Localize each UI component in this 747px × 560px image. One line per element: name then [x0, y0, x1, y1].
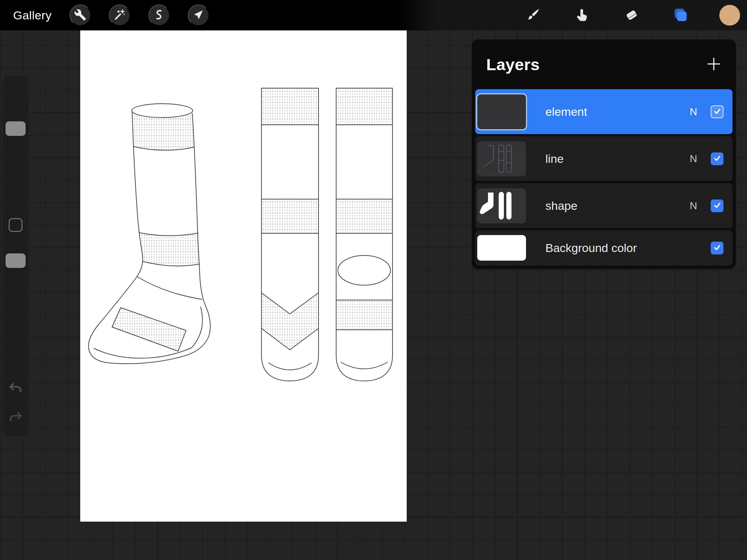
layers-panel-title: Layers — [486, 55, 704, 74]
layer-thumbnail — [477, 94, 526, 129]
eraser-tool-button[interactable] — [620, 4, 643, 26]
sock-side-view — [89, 104, 210, 364]
layer-thumbnail — [477, 188, 526, 223]
top-toolbar: Gallery — [0, 0, 747, 30]
layer-list: element N line N — [475, 89, 732, 265]
transform-arrow-icon — [192, 9, 205, 22]
paint-tools-group — [495, 4, 747, 26]
add-layer-button[interactable] — [704, 55, 723, 74]
brush-tool-button[interactable] — [522, 4, 544, 26]
layer-name: Background color — [545, 241, 681, 255]
layer-thumbnail — [477, 235, 526, 261]
layer-row-background-color[interactable]: Background color — [475, 230, 732, 265]
layers-panel: Layers element N — [472, 39, 736, 269]
smudge-tool-button[interactable] — [571, 4, 593, 26]
smudge-finger-icon — [574, 7, 590, 24]
brush-icon — [525, 7, 541, 24]
color-picker-button[interactable] — [719, 4, 741, 26]
blend-mode-badge[interactable]: N — [681, 106, 706, 118]
plus-icon — [707, 57, 721, 72]
undo-button[interactable] — [8, 380, 24, 396]
opacity-slider-handle[interactable] — [6, 253, 26, 268]
color-swatch-circle — [719, 5, 740, 26]
wrench-icon — [74, 9, 86, 22]
modify-button[interactable] — [9, 218, 22, 232]
selection-s-icon — [153, 9, 165, 22]
layer-visibility-checkbox[interactable] — [711, 242, 723, 254]
brush-size-slider-handle[interactable] — [6, 121, 26, 136]
layer-thumbnail — [477, 141, 526, 176]
sock-front-view — [261, 88, 319, 381]
layer-name: line — [545, 152, 681, 166]
adjustments-button[interactable] — [109, 4, 130, 26]
redo-button[interactable] — [8, 409, 24, 425]
blend-mode-badge[interactable]: N — [681, 200, 706, 212]
workspace-background: Gallery — [0, 0, 747, 560]
magic-wand-icon — [113, 9, 126, 22]
layer-name: element — [545, 105, 681, 119]
gallery-button[interactable]: Gallery — [13, 9, 52, 22]
layers-panel-button[interactable] — [670, 4, 692, 26]
layers-panel-header: Layers — [475, 39, 732, 89]
layer-visibility-checkbox[interactable] — [711, 152, 723, 165]
transform-button[interactable] — [188, 4, 209, 26]
checkmark-icon — [713, 107, 721, 116]
selection-button[interactable] — [148, 4, 170, 26]
actions-button[interactable] — [70, 4, 91, 26]
drawing-canvas[interactable] — [80, 30, 407, 522]
layer-visibility-checkbox[interactable] — [711, 105, 723, 118]
layer-visibility-checkbox[interactable] — [711, 199, 723, 212]
checkmark-icon — [713, 243, 721, 253]
blend-mode-badge[interactable]: N — [681, 153, 706, 165]
layer-row-element[interactable]: element N — [475, 89, 732, 134]
redo-arrow-icon — [8, 411, 23, 424]
canvas-artwork-svg — [80, 30, 407, 522]
layer-name: shape — [545, 199, 681, 213]
sidebar — [3, 76, 28, 436]
eraser-icon — [624, 7, 639, 24]
undo-arrow-icon — [8, 382, 23, 395]
checkmark-icon — [713, 201, 721, 211]
layers-stack-icon — [672, 6, 689, 25]
layer-row-line[interactable]: line N — [475, 136, 732, 181]
checkmark-icon — [713, 154, 721, 164]
layer-row-shape[interactable]: shape N — [475, 183, 732, 228]
sock-back-view — [336, 88, 393, 381]
